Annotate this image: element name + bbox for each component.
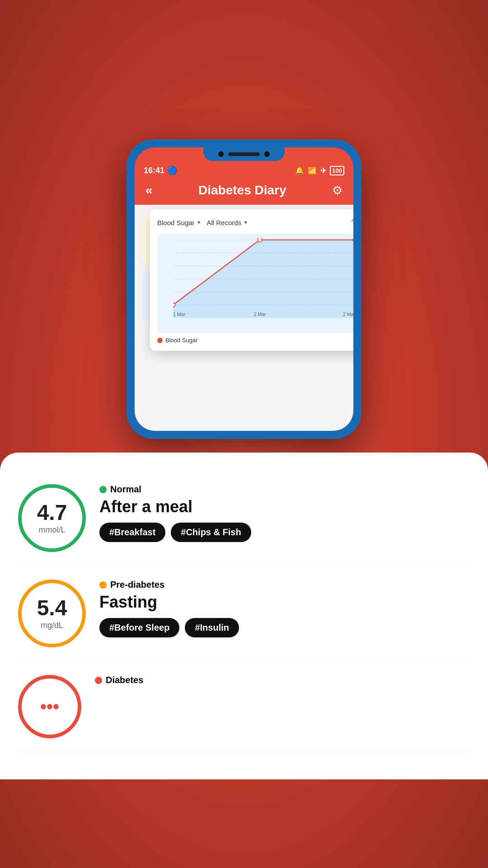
record-meal-2: Fasting xyxy=(99,593,470,612)
app-title: Diabetes Diary xyxy=(198,183,286,198)
wifi-icon: 📶 xyxy=(308,166,317,175)
record-circle-3: ••• xyxy=(18,675,81,738)
legend-label: Blood Sugar xyxy=(165,337,198,344)
chart-legend: Blood Sugar xyxy=(157,337,353,344)
chart-area: 60 58 56 54 52 50 xyxy=(157,234,353,333)
record-status-1: Normal xyxy=(99,484,470,495)
svg-text:1 Mar: 1 Mar xyxy=(173,311,185,317)
tag-before-sleep: #Before Sleep xyxy=(99,618,179,637)
tag-chips-fish: #Chips & Fish xyxy=(171,523,251,542)
record-unit-2: mg/dL xyxy=(41,621,63,630)
record-info-2: Pre-diabetes Fasting #Before Sleep #Insu… xyxy=(99,580,470,637)
type-label: Blood Sugar xyxy=(157,219,195,226)
mute-icon: 🔔 xyxy=(295,166,304,175)
status-label-2: Pre-diabetes xyxy=(110,580,164,590)
type-dropdown-arrow: ▼ xyxy=(197,220,202,225)
svg-text:2 Mar: 2 Mar xyxy=(343,311,353,317)
status-dot-3 xyxy=(95,677,102,684)
app-header: « Diabetes Diary ⚙ xyxy=(135,178,353,205)
record-status-2: Pre-diabetes xyxy=(99,580,470,590)
phone-notch xyxy=(203,147,285,161)
record-value-3: ••• xyxy=(40,698,59,716)
svg-point-17 xyxy=(258,238,262,242)
airplane-icon: ✈ xyxy=(320,166,326,175)
record-card-1: 4.7 mmol/L Normal After a meal #Breakfas… xyxy=(18,471,470,566)
status-icon: 🔵 xyxy=(167,165,177,175)
filter-dropdown[interactable]: All Records ▼ xyxy=(206,219,248,226)
type-dropdown[interactable]: Blood Sugar ▼ xyxy=(157,219,201,226)
status-bar: 16:41 🔵 🔔 📶 ✈ 100 xyxy=(135,161,353,178)
record-card-3: ••• Diabetes xyxy=(18,661,470,752)
status-dot-2 xyxy=(99,581,107,589)
status-dot-1 xyxy=(99,486,107,493)
status-label-1: Normal xyxy=(110,484,141,495)
phone-mockup: 16:41 🔵 🔔 📶 ✈ 100 « Diabetes Diary ⚙ xyxy=(0,139,488,439)
record-card-2: 5.4 mg/dL Pre-diabetes Fasting #Before S… xyxy=(18,566,470,661)
svg-marker-15 xyxy=(173,240,353,318)
back-button[interactable]: « xyxy=(145,183,153,198)
record-info-1: Normal After a meal #Breakfast #Chips & … xyxy=(99,484,470,542)
record-circle-2: 5.4 mg/dL xyxy=(18,580,86,647)
svg-point-16 xyxy=(173,303,175,307)
record-value-1: 4.7 xyxy=(37,502,67,524)
record-info-3: Diabetes xyxy=(95,675,470,688)
record-circle-1: 4.7 mmol/L xyxy=(18,484,86,552)
svg-text:2 Mar: 2 Mar xyxy=(253,311,266,317)
record-tags-2: #Before Sleep #Insulin xyxy=(99,618,470,637)
chart-popup: Blood Sugar ▼ All Records ▼ ⚗ xyxy=(150,209,353,351)
filter-dropdown-arrow: ▼ xyxy=(243,220,248,225)
filter-label: All Records xyxy=(206,219,241,226)
record-tags-1: #Breakfast #Chips & Fish xyxy=(99,523,470,542)
record-value-2: 5.4 xyxy=(37,597,67,619)
status-label-3: Diabetes xyxy=(106,675,143,685)
record-meal-1: After a meal xyxy=(99,497,470,516)
app-content: Statistics All Records xyxy=(135,205,353,431)
legend-dot xyxy=(157,338,163,343)
tag-breakfast: #Breakfast xyxy=(99,523,165,542)
record-unit-1: mmol/L xyxy=(38,525,65,535)
filter-icon[interactable]: ⚗ xyxy=(351,217,353,228)
settings-button[interactable]: ⚙ xyxy=(332,184,343,198)
status-time: 16:41 xyxy=(144,166,164,175)
line-chart-svg: 60 58 56 54 52 50 xyxy=(173,238,353,320)
tag-insulin: #Insulin xyxy=(185,618,239,637)
battery-indicator: 100 xyxy=(330,166,344,175)
record-status-3: Diabetes xyxy=(95,675,470,685)
bottom-section: 4.7 mmol/L Normal After a meal #Breakfas… xyxy=(0,453,488,779)
